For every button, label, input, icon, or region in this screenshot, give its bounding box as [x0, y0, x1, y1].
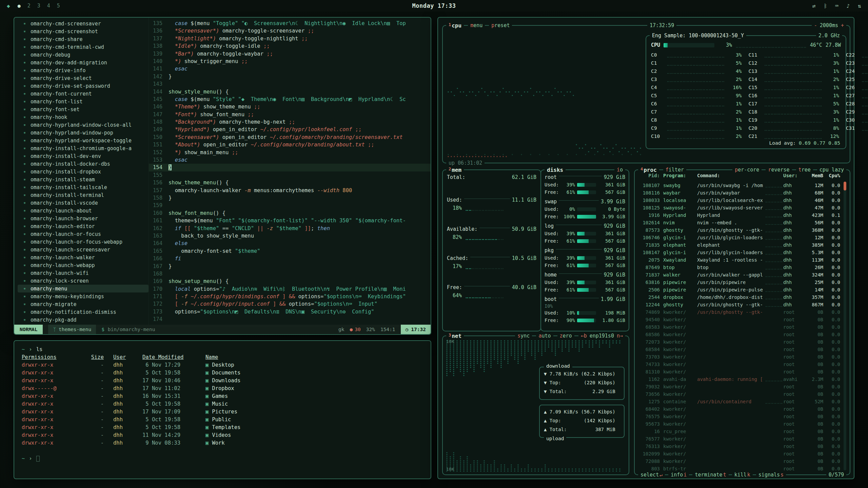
tree-button[interactable]: tree: [796, 167, 813, 173]
directory-name[interactable]: ▣Games: [205, 392, 228, 400]
process-row[interactable]: 95673kworker/root0B0.0: [639, 420, 840, 428]
screen-share-icon[interactable]: ⇄: [812, 3, 816, 9]
preset-button[interactable]: preset: [489, 22, 512, 28]
process-row[interactable]: 68586kworker/root0B0.0: [639, 331, 840, 338]
process-row[interactable]: 12244ghostty/usr/bin/ghostty --gtk-⣀⣀⣀⣀⣀…: [639, 301, 840, 308]
interval-decrease-button[interactable]: -: [814, 22, 817, 28]
process-row[interactable]: 68402kworker/root0B0.0: [639, 405, 840, 413]
file-tree-item[interactable]: ∗omarchy-launch-webapp: [18, 261, 149, 269]
workspace-3[interactable]: 3: [37, 3, 40, 9]
per-core-button[interactable]: per-core: [732, 167, 762, 173]
file-tree-item[interactable]: ∗omarchy-launch-wifi: [18, 269, 149, 277]
git-branch[interactable]: ᛉ themes-menu: [48, 325, 96, 334]
process-row[interactable]: 803btrfs-trroot0B0.0: [639, 465, 840, 470]
proc-kill-button[interactable]: kill k: [732, 472, 753, 478]
file-tree-item[interactable]: ∗omarchy-hyprland-window-pop: [18, 129, 149, 137]
process-row[interactable]: 108147glycin-i/usr/lib/glycin-loaders⣀⣀⣀…: [639, 249, 840, 256]
file-tree-item[interactable]: ∗omarchy-launch-about: [18, 207, 149, 215]
menu-button[interactable]: menu: [468, 22, 485, 28]
io-mode-button[interactable]: io: [614, 167, 625, 173]
file-tree-item[interactable]: ∗omarchy-install-steam: [18, 176, 149, 183]
directory-name[interactable]: ▣Music: [205, 400, 228, 408]
process-row[interactable]: 102614nvimnvim --embed .⣀⣀⣀⣀⣀⣀dhh56M0.0: [639, 219, 840, 226]
directory-name[interactable]: ▣Pictures: [205, 408, 237, 416]
file-tree-item[interactable]: ∗omarchy-launch-walker: [18, 253, 149, 261]
network-icon[interactable]: ⇅: [858, 3, 861, 9]
file-tree-item[interactable]: ∗omarchy-menu-keybindings: [18, 292, 149, 300]
reverse-button[interactable]: reverse: [766, 167, 792, 173]
file-tree-item[interactable]: ∗omarchy-font-set: [18, 105, 149, 113]
prompt-line-empty[interactable]: ~›: [22, 455, 423, 463]
file-tree-item[interactable]: ∗omarchy-cmd-terminal-cwd: [18, 43, 149, 51]
workspace-2[interactable]: 2: [27, 3, 31, 9]
filter-button[interactable]: filter: [663, 167, 686, 173]
process-row[interactable]: 16rcu_preeroot0B0.0: [639, 428, 840, 435]
process-row[interactable]: 1162avahi-daavahi-daemon: running [⣀⣀⣀⣀⣀…: [639, 375, 840, 383]
file-tree-item[interactable]: ∗omarchy-install-tailscale: [18, 183, 149, 191]
process-row[interactable]: 108125swayosd-/usr/lib/swayosd-server⣀⣀⣀…: [639, 204, 840, 211]
file-tree-item[interactable]: ∗omarchy-notification-dismiss: [18, 308, 149, 316]
workspace-5[interactable]: 5: [57, 3, 60, 9]
process-row[interactable]: 73656kworker/root0B0.0: [639, 390, 840, 398]
file-tree-item[interactable]: ∗omarchy-install-vscode: [18, 199, 149, 207]
directory-name[interactable]: ▣Desktop: [205, 361, 234, 369]
file-tree-item[interactable]: ∗omarchy-debug: [18, 51, 149, 59]
file-tree-item[interactable]: ∗omarchy-font-list: [18, 98, 149, 105]
file-tree-item[interactable]: ∗omarchy-install-docker-dbs: [18, 160, 149, 168]
file-tree-item[interactable]: ∗omarchy-hyprland-window-close-all: [18, 121, 149, 129]
file-tree-item[interactable]: ∗omarchy-install-dev-env: [18, 152, 149, 160]
process-row[interactable]: 76577kworker/root0B0.0: [639, 435, 840, 443]
directory-name[interactable]: ▣Dropbox: [205, 385, 234, 392]
process-list[interactable]: 108107swaybg/usr/bin/swaybg -i /hom⣀⣀⣀⣀⣀…: [639, 182, 840, 470]
file-tree-item[interactable]: ∗omarchy-launch-or-focus: [18, 230, 149, 238]
file-tree-item[interactable]: ∗omarchy-drive-set-password: [18, 82, 149, 90]
directory-name[interactable]: ▣Documents: [205, 369, 240, 377]
file-tree-item[interactable]: ∗omarchy-launch-browser: [18, 215, 149, 222]
file-tree-item[interactable]: ∗omarchy-menu: [18, 285, 149, 292]
volume-icon[interactable]: ♪: [847, 3, 850, 9]
directory-name[interactable]: ▣Templates: [205, 424, 240, 431]
file-tree-item[interactable]: ∗omarchy-cmd-screensaver: [18, 20, 149, 27]
interval-increase-button[interactable]: +: [841, 22, 844, 28]
clock[interactable]: Monday 17:33: [412, 2, 456, 9]
proc-info-button[interactable]: info i: [668, 472, 689, 478]
diagnostics-badge[interactable]: ● 30: [350, 327, 361, 332]
file-tree-item[interactable]: ∗omarchy-launch-editor: [18, 222, 149, 230]
file-tree-item[interactable]: ∗omarchy-dev-add-migration: [18, 59, 149, 66]
process-row[interactable]: 102099kworker/root0B0.0: [639, 450, 840, 458]
process-row[interactable]: 2544dropbox/home/dhh/.dropbox-dist⣀⣀⣀⣀⣀⣀…: [639, 293, 840, 301]
code-area[interactable]: 135 case $(menu "Toggle" "◐ Screensaver\…: [149, 18, 431, 325]
process-row[interactable]: 2506pipewire/usr/bin/pipewire-pulse⣀⣀⣀⣀⣀…: [639, 286, 840, 293]
keyboard-icon[interactable]: ⌨: [835, 3, 839, 9]
process-row[interactable]: 1275containe/usr/bin/containerd⣀⣀⣀⣀⣀⣀roo…: [639, 398, 840, 405]
process-row[interactable]: 106746glycin-i/usr/lib/glycin-loaders⣀⣀⣀…: [639, 234, 840, 241]
process-row[interactable]: 63816pipewire/usr/bin/pipewire⣀⣀⣀⣀⣀⣀dhh2…: [639, 279, 840, 286]
process-row[interactable]: 2075XwaylandXwayland :1 -rootless -⣀⣀⣀⣀⣀…: [639, 256, 840, 264]
terminal-window[interactable]: ~›ls Permissions Size User Date Modified…: [14, 340, 431, 479]
process-row[interactable]: 81310kworker/root0B0.0: [639, 368, 840, 375]
process-row[interactable]: 76575kworker/root0B0.0: [639, 413, 840, 420]
file-tree-item[interactable]: ∗omarchy-hook: [18, 113, 149, 121]
process-row[interactable]: 71835elephantelephant⣀⣀⣀⣀⣀⣀dhh385M0.0: [639, 241, 840, 249]
process-row[interactable]: 94540kworker/root0B0.0: [639, 316, 840, 323]
file-tree-item[interactable]: ∗omarchy-launch-or-focus-webapp: [18, 238, 149, 246]
file-tree-item[interactable]: ∗omarchy-install-chromium-google-a: [18, 144, 149, 152]
proc-select-button[interactable]: select ↵: [638, 472, 665, 478]
file-tree-item[interactable]: ∗omarchy-launch-screensaver: [18, 246, 149, 253]
process-row[interactable]: 71837walker/usr/bin/walker --gappl⣀⣀⣀⣀⣀⣀…: [639, 271, 840, 279]
file-tree-item[interactable]: ∗omarchy-cmd-screenshot: [18, 27, 149, 35]
file-tree-item[interactable]: ∗omarchy-font-current: [18, 90, 149, 98]
process-row[interactable]: 72088kworker/root0B0.0: [639, 458, 840, 465]
directory-name[interactable]: ▣Videos: [205, 431, 231, 439]
proc-terminate-button[interactable]: terminate t: [692, 472, 728, 478]
process-row[interactable]: 68583kworker/root0B0.0: [639, 323, 840, 331]
process-row[interactable]: 87649btopbtop⣀⣀⣀⣀⣀⣀dhh26M0.0: [639, 264, 840, 271]
file-tree-item[interactable]: ∗omarchy-drive-select: [18, 74, 149, 82]
file-tree-item[interactable]: ∗omarchy-migrate: [18, 300, 149, 308]
proc-columns-header[interactable]: Pid: Program: Command: User: MemB Cpu%: [639, 173, 840, 181]
file-tree-item[interactable]: ∗omarchy-hyprland-workspace-toggle: [18, 137, 149, 144]
process-row[interactable]: 87573ghostty/usr/bin/ghostty --gtk-⣀⣀⣀⣀⣀…: [639, 226, 840, 234]
file-tree-item[interactable]: ∗omarchy-cmd-share: [18, 35, 149, 43]
file-tree-item[interactable]: ∗omarchy-install-terminal: [18, 191, 149, 199]
process-row[interactable]: 68584kworker/root0B0.0: [639, 346, 840, 353]
